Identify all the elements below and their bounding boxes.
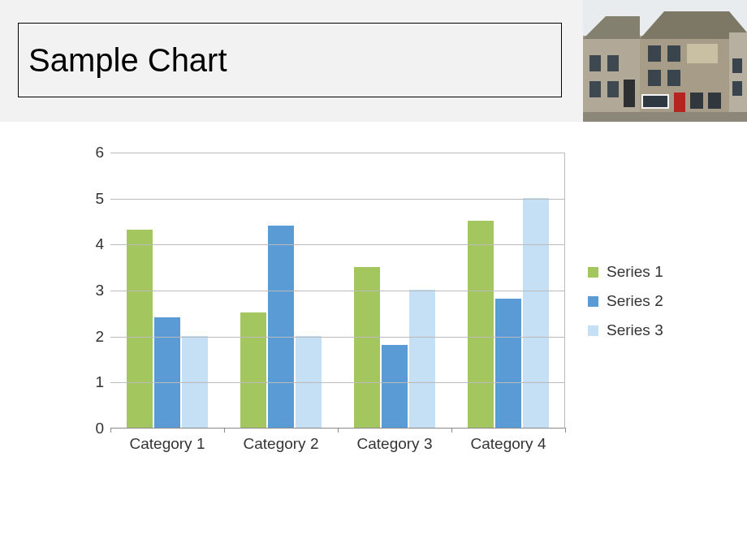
svg-rect-10 — [607, 81, 619, 97]
svg-rect-14 — [687, 44, 718, 63]
x-tick — [110, 428, 111, 433]
gridline — [110, 244, 564, 245]
svg-rect-23 — [732, 81, 742, 96]
gridline — [110, 291, 564, 291]
x-tick — [451, 428, 452, 433]
title-box: Sample Chart — [18, 23, 562, 97]
y-tick-label: 4 — [68, 235, 104, 253]
svg-rect-18 — [643, 96, 667, 107]
gridline — [110, 337, 564, 338]
legend-item: Series 2 — [588, 292, 693, 310]
y-tick-label: 6 — [68, 144, 104, 162]
bar — [495, 299, 521, 428]
svg-rect-21 — [708, 93, 721, 109]
legend-label: Series 2 — [607, 292, 663, 310]
y-tick-label: 5 — [68, 190, 104, 208]
legend-swatch — [588, 267, 598, 278]
x-tick — [224, 428, 225, 433]
y-tick-label: 1 — [68, 373, 104, 391]
y-tick-label: 3 — [68, 282, 104, 299]
page-title: Sample Chart — [28, 42, 227, 79]
svg-rect-16 — [667, 70, 680, 86]
x-tick — [565, 428, 566, 433]
bar — [127, 230, 153, 428]
svg-rect-22 — [732, 58, 742, 73]
bar — [409, 290, 435, 428]
gridline — [110, 382, 564, 383]
x-category-label: Category 2 — [224, 435, 338, 453]
legend: Series 1Series 2Series 3 — [588, 263, 693, 351]
legend-swatch — [588, 296, 598, 307]
svg-rect-15 — [648, 70, 661, 86]
gridline — [110, 199, 564, 200]
svg-rect-7 — [589, 55, 601, 71]
svg-rect-8 — [607, 55, 619, 71]
legend-item: Series 1 — [588, 263, 693, 281]
x-tick — [338, 428, 339, 433]
y-tick-label: 0 — [68, 420, 104, 437]
plot-area — [110, 153, 565, 429]
legend-label: Series 1 — [607, 263, 663, 281]
bar — [468, 221, 494, 428]
bar — [182, 336, 208, 428]
bar — [154, 317, 180, 428]
gridline — [110, 153, 564, 153]
chart: 0123456 Category 1Category 2Category 3Ca… — [68, 144, 702, 485]
svg-rect-6 — [729, 32, 747, 122]
y-tick-label: 2 — [68, 328, 104, 346]
bar — [382, 345, 408, 428]
svg-rect-12 — [648, 45, 661, 62]
svg-rect-9 — [589, 81, 601, 97]
svg-rect-24 — [583, 112, 747, 122]
x-category-label: Category 1 — [110, 435, 224, 453]
svg-rect-11 — [624, 80, 635, 107]
svg-rect-13 — [667, 45, 680, 62]
svg-rect-20 — [690, 93, 703, 109]
x-category-label: Category 3 — [338, 435, 451, 453]
svg-rect-19 — [674, 93, 685, 114]
legend-item: Series 3 — [588, 321, 693, 339]
bar — [523, 198, 549, 428]
legend-label: Series 3 — [607, 321, 663, 339]
bar — [268, 226, 294, 428]
legend-swatch — [588, 325, 598, 336]
bar — [296, 336, 322, 428]
x-category-label: Category 4 — [451, 435, 565, 453]
bar — [240, 312, 266, 428]
header-photo — [583, 0, 747, 122]
